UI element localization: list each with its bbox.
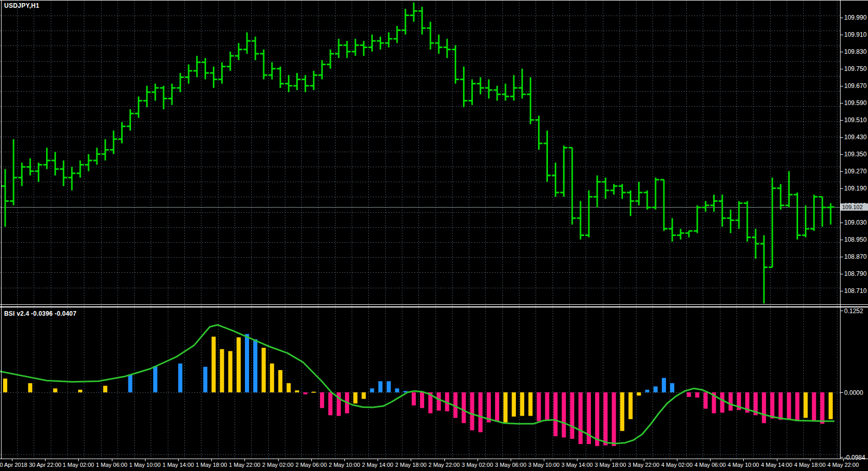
ohlc-bar [26, 158, 34, 175]
ohlc-bar [110, 130, 117, 154]
time-axis-label: 2 May 18:00 [395, 462, 427, 468]
histogram-bar [662, 378, 666, 392]
histogram-bar [3, 378, 7, 392]
ohlc-bar [260, 50, 267, 80]
ohlc-bar [302, 75, 309, 92]
price-axis-label: 109.910 [844, 31, 866, 38]
ohlc-bar [443, 39, 451, 58]
ohlc-bar [285, 75, 292, 92]
histogram-bar [228, 351, 233, 392]
ohlc-bar [594, 175, 601, 208]
histogram-bar [670, 383, 674, 392]
histogram-bar [370, 388, 374, 392]
time-axis-label: 4 May 14:00 [761, 462, 792, 468]
ohlc-bar [618, 184, 626, 199]
ohlc-bar [427, 22, 434, 50]
price-axis-label: 108.870 [844, 253, 866, 260]
ohlc-bar [510, 75, 517, 101]
time-axis-label: 1 May 22:00 [229, 462, 261, 468]
histogram-bar [395, 388, 399, 392]
histogram-bar [320, 392, 324, 408]
histogram-bar [278, 370, 282, 392]
price-axis-label: 109.430 [844, 134, 866, 141]
ohlc-bar [518, 69, 526, 99]
histogram-bar [103, 386, 107, 392]
histogram-bar [437, 392, 441, 410]
histogram-bar [462, 392, 466, 423]
histogram-bar [537, 392, 541, 421]
histogram-bar [787, 392, 791, 419]
price-axis-label: 109.590 [844, 99, 866, 107]
histogram-bar [528, 392, 532, 416]
time-axis-label: 4 May 10:00 [728, 462, 759, 468]
ohlc-bar [460, 67, 468, 107]
ohlc-bar [168, 84, 176, 105]
ohlc-bar [335, 39, 342, 58]
ohlc-bar [85, 154, 92, 171]
histogram-bar [820, 392, 824, 424]
histogram-bar [270, 363, 274, 392]
ohlc-bar [727, 210, 734, 233]
histogram-bar [578, 392, 583, 444]
histogram-bar [495, 392, 499, 422]
ohlc-bar [127, 109, 134, 130]
histogram-bar [303, 392, 308, 394]
ohlc-bar [752, 229, 759, 259]
histogram-bar [770, 392, 774, 419]
indicator-scale-label: -0.0984 [844, 454, 865, 461]
price-axis-label: 109.990 [844, 14, 866, 21]
ohlc-bar [494, 86, 501, 101]
histogram-bar [729, 392, 733, 410]
price-axis-label: 109.670 [844, 82, 866, 90]
ohlc-bar [360, 41, 367, 56]
ohlc-bar [602, 178, 609, 199]
ohlc-bar [769, 178, 776, 267]
histogram-bar [479, 392, 483, 432]
ohlc-bar [152, 84, 159, 101]
symbol-period-title: USDJPY,H1 [4, 2, 39, 9]
histogram-bar [687, 392, 691, 397]
time-axis-label: 3 May 22:00 [628, 462, 660, 468]
ohlc-bar [327, 50, 334, 69]
ohlc-bar [452, 45, 459, 83]
histogram-bar [353, 392, 357, 404]
ohlc-bar [760, 235, 768, 303]
panel-splitter [0, 306, 868, 307]
ohlc-bar [135, 96, 142, 117]
ohlc-bar [102, 139, 109, 160]
chart-graphics[interactable] [0, 0, 868, 471]
time-axis-label: 3 May 06:00 [495, 462, 527, 468]
histogram-bar [654, 387, 658, 392]
ohlc-bar [343, 41, 351, 58]
ohlc-bar [711, 195, 718, 212]
time-axis-label: 3 May 14:00 [561, 462, 593, 468]
ohlc-bar [693, 205, 701, 233]
ohlc-bar [627, 190, 634, 216]
ohlc-bar [418, 7, 426, 35]
time-axis-label: 1 May 06:00 [96, 462, 127, 468]
histogram-bar [695, 392, 699, 398]
histogram-bar [78, 390, 82, 392]
time-axis-label: 4 May 06:00 [695, 462, 726, 468]
ohlc-bar [827, 203, 834, 225]
histogram-bar [412, 392, 416, 405]
histogram-bar [53, 388, 57, 392]
ohlc-bar [377, 37, 384, 50]
histogram-bar [286, 383, 291, 392]
ohlc-bar [385, 33, 393, 48]
price-axis-label: 109.510 [844, 116, 866, 124]
histogram-bar [420, 392, 424, 408]
ohlc-bar [35, 163, 42, 182]
histogram-bar [237, 337, 241, 392]
ohlc-bar [2, 169, 9, 227]
current-price-value: 109.102 [842, 204, 863, 210]
ohlc-bar [502, 84, 509, 101]
histogram-bar [312, 392, 316, 393]
ohlc-bar [635, 182, 643, 205]
histogram-bar [562, 392, 566, 437]
time-axis-label: 2 May 02:00 [262, 462, 294, 468]
ohlc-bar [394, 26, 401, 43]
histogram-bar [554, 392, 558, 436]
indicator-scale-label: 0.1252 [844, 307, 863, 315]
ohlc-bar [294, 73, 301, 90]
